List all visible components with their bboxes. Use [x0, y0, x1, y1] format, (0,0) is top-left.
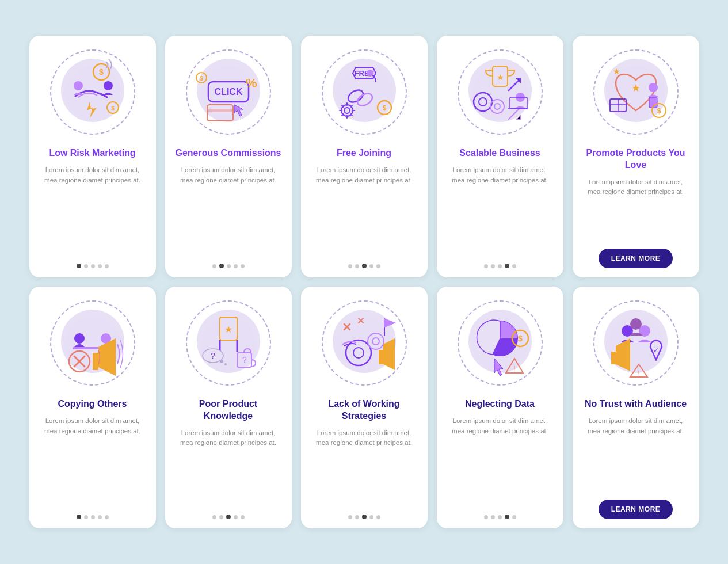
- svg-point-77: [630, 318, 642, 330]
- icon-gears-person: ★: [463, 56, 538, 131]
- card-poor-product: ★ ? ? Poor Product Knowledge Lorem ipsum…: [165, 287, 292, 528]
- svg-text:$: $: [382, 104, 386, 112]
- dot-4: [376, 515, 380, 519]
- card-body-free-joining: Lorem ipsum dolor sit dim amet, mea regi…: [310, 165, 418, 252]
- pagination-dots-copying: [77, 510, 109, 519]
- card-low-risk: $ $ Low Risk Marketing Lorem ipsum do: [29, 36, 156, 277]
- card-generous-commissions: CLICK % $ Generous Commissions Lorem ips…: [165, 36, 292, 277]
- dot-0: [348, 515, 352, 519]
- pagination-dots-poor: [212, 510, 245, 519]
- card-title-scalable-business: Scalable Business: [459, 147, 540, 159]
- dot-3: [98, 515, 102, 519]
- learn-more-button-no-trust[interactable]: LEARN MORE: [599, 500, 673, 519]
- svg-text:$: $: [200, 75, 203, 82]
- card-lack-strategies: Lack of Working Strategies Lorem ipsum d…: [301, 287, 428, 528]
- illustration-no-trust: ✓ !: [590, 298, 682, 390]
- dot-0: [212, 515, 216, 519]
- pagination-dots-low-risk: [77, 259, 109, 268]
- svg-text:$: $: [657, 107, 661, 115]
- card-body-generous-commissions: Lorem ipsum dolor sit dim amet, mea regi…: [174, 165, 283, 252]
- dot-0: [77, 264, 81, 268]
- card-body-promote-products: Lorem ipsum dolor sit dim amet, mea regi…: [582, 177, 690, 237]
- illustration-promote-products: ★ $ ★: [590, 47, 682, 139]
- card-title-copying-others: Copying Others: [58, 398, 127, 410]
- dot-1: [84, 264, 88, 268]
- svg-text:★: ★: [631, 82, 641, 94]
- card-body-poor-product: Lorem ipsum dolor sit dim amet, mea regi…: [174, 428, 283, 503]
- svg-text:$: $: [111, 105, 115, 112]
- card-body-scalable-business: Lorem ipsum dolor sit dim amet, mea regi…: [446, 165, 554, 252]
- dot-3: [98, 264, 102, 268]
- dot-2: [498, 515, 502, 519]
- card-body-low-risk: Lorem ipsum dolor sit dim amet, mea regi…: [39, 165, 147, 252]
- illustration-copying-others: [47, 298, 139, 390]
- pagination-dots-generous: [212, 259, 245, 268]
- card-title-generous-commissions: Generous Commissions: [175, 147, 281, 159]
- svg-point-3: [74, 81, 83, 90]
- svg-text:$: $: [99, 67, 104, 77]
- dot-4: [105, 264, 109, 268]
- dot-0: [484, 264, 488, 268]
- dot-1: [491, 264, 495, 268]
- svg-point-55: [220, 360, 223, 363]
- dot-2: [226, 515, 231, 519]
- icon-confused-product: ★ ? ?: [191, 307, 266, 382]
- illustration-lack-strategies: [318, 298, 410, 390]
- dot-1: [355, 264, 359, 268]
- card-promote-products: ★ $ ★ Promote Products You Love Lorem ip…: [573, 36, 699, 277]
- dot-4: [241, 515, 245, 519]
- card-copying-others: Copying Others Lorem ipsum dolor sit dim…: [29, 287, 156, 528]
- dot-1: [84, 515, 88, 519]
- card-title-low-risk: Low Risk Marketing: [49, 147, 135, 159]
- svg-text:!: !: [513, 365, 515, 373]
- svg-point-56: [224, 363, 227, 365]
- pagination-dots-free: [348, 259, 380, 268]
- pagination-dots-lack: [348, 510, 380, 519]
- icon-click-percent: CLICK % $: [191, 56, 266, 131]
- pagination-dots-neglecting: [484, 510, 516, 519]
- illustration-low-risk: $ $: [47, 47, 139, 139]
- dot-3: [234, 515, 238, 519]
- svg-point-35: [649, 83, 658, 92]
- dot-1: [355, 515, 359, 519]
- dot-4: [241, 264, 245, 268]
- dot-2: [227, 264, 231, 268]
- dot-2: [91, 515, 95, 519]
- card-scalable-business: ★ Scalable Business Lorem ipsum dolor si…: [437, 36, 563, 277]
- dot-0: [484, 515, 488, 519]
- dot-1: [219, 264, 224, 268]
- card-body-neglecting-data: Lorem ipsum dolor sit dim amet, mea regi…: [446, 416, 554, 503]
- svg-text:★: ★: [613, 67, 620, 76]
- card-free-joining: FREE $ Free Joining Lorem ipsum dolor si…: [301, 36, 428, 277]
- svg-point-4: [104, 81, 113, 90]
- icon-heart-product: ★ $ ★: [599, 56, 673, 131]
- dot-3: [505, 264, 509, 268]
- pagination-dots-scalable: [484, 259, 516, 268]
- dot-3: [505, 515, 509, 519]
- illustration-free-joining: FREE $: [318, 47, 410, 139]
- card-title-promote-products: Promote Products You Love: [582, 147, 690, 172]
- icon-free-chain: FREE $: [327, 56, 402, 131]
- icon-chart-cursor: $ !: [463, 307, 538, 382]
- dot-1: [491, 515, 495, 519]
- dot-1: [219, 515, 223, 519]
- dot-4: [512, 515, 516, 519]
- dot-2: [362, 515, 367, 519]
- dot-0: [348, 264, 352, 268]
- card-body-lack-strategies: Lorem ipsum dolor sit dim amet, mea regi…: [310, 428, 418, 503]
- svg-text:★: ★: [224, 325, 232, 334]
- dot-3: [369, 515, 373, 519]
- dot-4: [376, 264, 380, 268]
- svg-point-43: [74, 333, 85, 344]
- illustration-poor-product: ★ ? ?: [182, 298, 275, 390]
- illustration-generous-commissions: CLICK % $: [182, 47, 275, 139]
- dot-2: [498, 264, 502, 268]
- card-no-trust: ✓ ! No Trust with Audience Lorem ipsum d…: [573, 287, 699, 528]
- dot-0: [77, 515, 81, 519]
- card-title-free-joining: Free Joining: [337, 147, 391, 159]
- dot-4: [512, 264, 516, 268]
- learn-more-button-promote[interactable]: LEARN MORE: [599, 249, 673, 268]
- card-body-copying-others: Lorem ipsum dolor sit dim amet, mea regi…: [39, 416, 147, 503]
- svg-rect-12: [207, 109, 233, 112]
- card-title-neglecting-data: Neglecting Data: [465, 398, 535, 410]
